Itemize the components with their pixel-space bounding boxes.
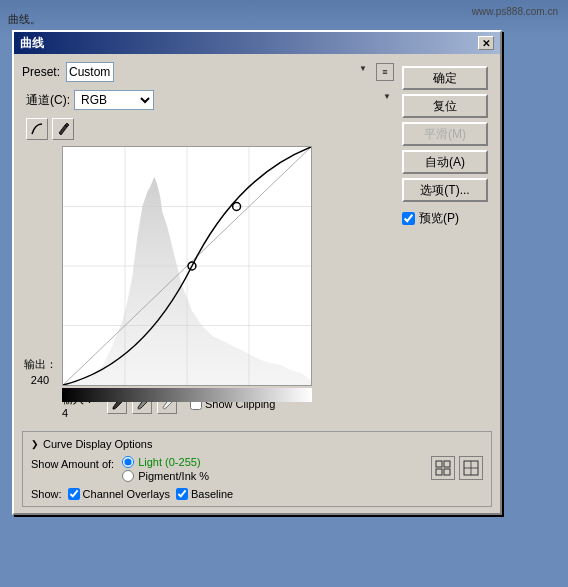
preset-label: Preset: (22, 65, 60, 79)
channel-overlays-item: Channel Overlays (68, 488, 170, 500)
dialog-body: Preset: Custom ≡ 通道(C): RGB Red Green Bl… (14, 54, 500, 427)
preview-label: 预览(P) (419, 210, 459, 227)
bg-top-text: 曲线。 (8, 12, 41, 27)
channel-select-wrapper: RGB Red Green Blue (74, 90, 394, 110)
light-option: Light (0-255) (122, 456, 209, 468)
baseline-item: Baseline (176, 488, 233, 500)
left-panel: Preset: Custom ≡ 通道(C): RGB Red Green Bl… (22, 62, 394, 419)
preset-select[interactable]: Custom (66, 62, 114, 82)
tool-row (26, 118, 394, 140)
show-label: Show: (31, 488, 62, 500)
grid-small-icon (435, 460, 451, 476)
pencil-icon (56, 122, 70, 136)
dialog-title: 曲线 (20, 35, 44, 52)
grid-large-icon (463, 460, 479, 476)
title-bar: 曲线 ✕ (14, 32, 500, 54)
preview-checkbox[interactable] (402, 212, 415, 225)
preset-select-wrapper: Custom (66, 62, 370, 82)
svg-rect-14 (444, 461, 450, 467)
channel-overlays-checkbox[interactable] (68, 488, 80, 500)
ok-button[interactable]: 确定 (402, 66, 488, 90)
svg-point-12 (163, 408, 165, 410)
baseline-checkbox[interactable] (176, 488, 188, 500)
baseline-label: Baseline (191, 488, 233, 500)
pencil-tool-button[interactable] (52, 118, 74, 140)
output-value: 240 (31, 374, 49, 386)
channel-label: 通道(C): (26, 92, 70, 109)
radio-group: Light (0-255) Pigment/Ink % (122, 456, 209, 482)
light-label: Light (0-255) (138, 456, 200, 468)
curve-tool-button[interactable] (26, 118, 48, 140)
curve-icon (30, 122, 44, 136)
preset-row: Preset: Custom ≡ (22, 62, 394, 82)
smooth-button[interactable]: 平滑(M) (402, 122, 488, 146)
curve-canvas[interactable] (62, 146, 312, 386)
curve-area: 输出： 240 (22, 146, 394, 386)
pigment-option: Pigment/Ink % (122, 470, 209, 482)
curve-display-options: Curve Display Options Show Amount of: Li… (22, 431, 492, 507)
svg-rect-13 (436, 461, 442, 467)
channel-select[interactable]: RGB Red Green Blue (74, 90, 154, 110)
grid-large-button[interactable] (459, 456, 483, 480)
curve-canvas-wrapper (62, 146, 312, 386)
channel-row: 通道(C): RGB Red Green Blue (26, 90, 394, 110)
watermark: www.ps888.com.cn (472, 6, 558, 17)
grid-small-button[interactable] (431, 456, 455, 480)
reset-button[interactable]: 复位 (402, 94, 488, 118)
curves-dialog: 曲线 ✕ Preset: Custom ≡ 通道(C): RG (12, 30, 502, 515)
preview-row: 预览(P) (402, 210, 492, 227)
pigment-radio[interactable] (122, 470, 134, 482)
output-label: 输出： (24, 357, 57, 372)
show-amount-label: Show Amount of: (31, 458, 114, 470)
svg-rect-16 (444, 469, 450, 475)
svg-rect-15 (436, 469, 442, 475)
show-amount-row: Show Amount of: Light (0-255) Pigment/In… (31, 456, 483, 482)
curve-display-title: Curve Display Options (31, 438, 483, 450)
input-gradient-bar (62, 388, 312, 402)
channel-overlays-label: Channel Overlays (83, 488, 170, 500)
right-panel: 确定 复位 平滑(M) 自动(A) 选项(T)... 预览(P) (402, 62, 492, 419)
preset-options-button[interactable]: ≡ (376, 63, 394, 81)
auto-button[interactable]: 自动(A) (402, 150, 488, 174)
pigment-label: Pigment/Ink % (138, 470, 209, 482)
show-row: Show: Channel Overlays Baseline (31, 488, 483, 500)
output-axis: 输出： 240 (22, 146, 58, 386)
svg-point-11 (138, 408, 140, 410)
svg-point-10 (113, 408, 115, 410)
light-radio[interactable] (122, 456, 134, 468)
input-value: 4 (62, 407, 95, 419)
close-button[interactable]: ✕ (478, 36, 494, 50)
options-button[interactable]: 选项(T)... (402, 178, 488, 202)
grid-icons (431, 456, 483, 480)
curve-svg (63, 147, 311, 385)
